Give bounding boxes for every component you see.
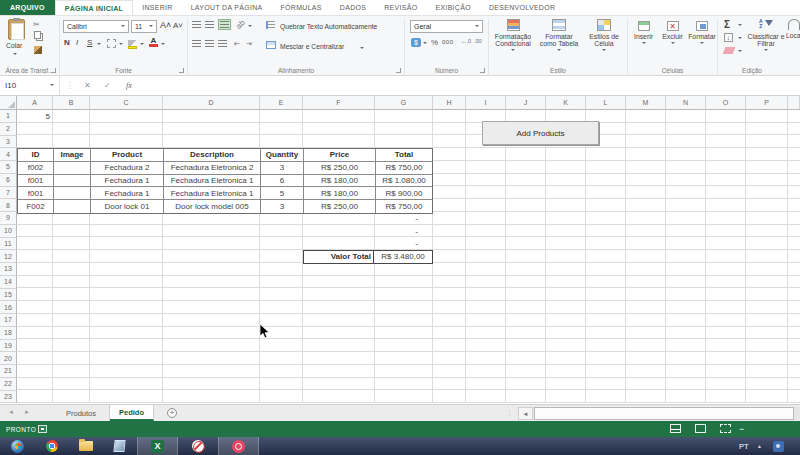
horizontal-scrollbar[interactable] bbox=[533, 407, 800, 420]
taskbar-excel[interactable]: X bbox=[137, 437, 178, 455]
name-box[interactable]: I10 bbox=[0, 76, 60, 95]
tab-revisao[interactable]: REVISÃO bbox=[375, 0, 426, 15]
row-header[interactable]: 16 bbox=[0, 301, 17, 314]
increase-decimal-icon[interactable]: ←.0 bbox=[461, 38, 471, 44]
tab-dados[interactable]: DADOS bbox=[331, 0, 375, 15]
row-header[interactable]: 11 bbox=[0, 238, 17, 251]
alignment-dialog-launcher[interactable] bbox=[396, 68, 401, 73]
tab-formulas[interactable]: FÓRMULAS bbox=[272, 0, 331, 15]
insert-cells-button[interactable]: Inserir bbox=[629, 21, 658, 47]
zoom-out-icon[interactable]: − bbox=[739, 424, 744, 434]
col-header-b[interactable]: B bbox=[53, 96, 90, 110]
comma-style-icon[interactable]: 000 bbox=[442, 39, 454, 45]
col-header-i[interactable]: I bbox=[466, 96, 506, 110]
tab-pagina-inicial[interactable]: PÁGINA INICIAL bbox=[55, 0, 133, 15]
hscroll-left-icon[interactable]: ◄ bbox=[518, 407, 533, 420]
delete-cells-button[interactable]: ✕ Excluir bbox=[658, 21, 687, 47]
row-header[interactable]: 19 bbox=[0, 340, 17, 353]
cell-a1[interactable]: 5 bbox=[17, 110, 53, 123]
sheet-tab-pedido[interactable]: Pedido bbox=[110, 405, 154, 421]
align-right-icon[interactable] bbox=[218, 40, 227, 47]
sheet-nav-next-icon[interactable]: ► bbox=[24, 409, 30, 415]
format-cells-button[interactable]: Formatar bbox=[687, 21, 717, 47]
fill-down-icon[interactable]: ↓ bbox=[724, 33, 733, 42]
align-top-icon[interactable] bbox=[192, 21, 201, 28]
col-header-e[interactable]: E bbox=[260, 96, 303, 110]
row-header[interactable]: 21 bbox=[0, 365, 17, 378]
clipboard-dialog-launcher[interactable] bbox=[51, 68, 56, 73]
valor-total-label[interactable]: Valor Total bbox=[304, 251, 374, 263]
row-header[interactable]: 18 bbox=[0, 327, 17, 340]
add-sheet-icon[interactable]: + bbox=[167, 408, 177, 418]
col-header-a[interactable]: A bbox=[17, 96, 53, 110]
cell-g10[interactable]: - bbox=[375, 225, 433, 238]
sheet-nav-prev-icon[interactable]: ◄ bbox=[8, 409, 14, 415]
merge-center-button[interactable]: Mesclar e Centralizar bbox=[280, 43, 344, 50]
align-center-icon[interactable] bbox=[205, 40, 214, 47]
cell-styles-button[interactable]: Estilos de Célula bbox=[583, 19, 625, 54]
orientation-icon[interactable]: ab bbox=[234, 18, 247, 31]
row-header[interactable]: 7 bbox=[0, 187, 17, 200]
format-as-table-button[interactable]: Formatar como Tabela bbox=[536, 19, 582, 54]
col-header-p[interactable]: P bbox=[746, 96, 788, 110]
row-header[interactable]: 15 bbox=[0, 289, 17, 302]
row-header[interactable]: 12 bbox=[0, 250, 17, 263]
font-name-combo[interactable]: Calibri bbox=[63, 20, 129, 33]
row-header[interactable]: 5 bbox=[0, 161, 17, 174]
sort-filter-button[interactable]: AZ Classificar e Filtrar bbox=[746, 19, 786, 54]
cancel-icon[interactable]: ✕ bbox=[84, 76, 91, 95]
col-header-partial[interactable] bbox=[788, 96, 800, 110]
tray-expand-icon[interactable]: ▲ bbox=[757, 443, 762, 449]
decrease-indent-icon[interactable]: ⇤ bbox=[234, 40, 240, 48]
row-header[interactable]: 6 bbox=[0, 174, 17, 187]
page-break-view-icon[interactable] bbox=[720, 424, 731, 433]
percent-icon[interactable]: % bbox=[431, 38, 438, 47]
row-header[interactable]: 13 bbox=[0, 263, 17, 276]
row-header[interactable]: 1 bbox=[0, 110, 17, 123]
borders-icon[interactable] bbox=[107, 39, 116, 48]
align-middle-icon[interactable] bbox=[205, 21, 214, 28]
taskbar-recorder[interactable] bbox=[218, 437, 259, 455]
cell-g11[interactable]: - bbox=[375, 238, 433, 251]
col-header-d[interactable]: D bbox=[163, 96, 260, 110]
font-size-combo[interactable]: 11 bbox=[131, 20, 157, 33]
start-button[interactable] bbox=[1, 437, 34, 455]
row-header[interactable]: 3 bbox=[0, 136, 17, 149]
increase-indent-icon[interactable]: ⇥ bbox=[246, 40, 252, 48]
col-header-m[interactable]: M bbox=[626, 96, 666, 110]
row-header[interactable]: 4 bbox=[0, 148, 17, 161]
col-header-h[interactable]: H bbox=[433, 96, 466, 110]
row-header[interactable]: 2 bbox=[0, 123, 17, 136]
row-header[interactable]: 22 bbox=[0, 378, 17, 391]
col-header-c[interactable]: C bbox=[90, 96, 163, 110]
align-bottom-icon[interactable] bbox=[218, 19, 231, 30]
taskbar-snipping-tool[interactable] bbox=[179, 437, 217, 455]
tab-inserir[interactable]: INSERIR bbox=[133, 0, 182, 15]
align-left-icon[interactable] bbox=[192, 40, 201, 47]
decrease-decimal-icon[interactable]: .00 bbox=[474, 38, 482, 44]
wrap-text-button[interactable]: Quebrar Texto Automaticamente bbox=[280, 23, 377, 30]
valor-total-value[interactable]: R$ 3.480,00 bbox=[374, 251, 432, 263]
accounting-format-icon[interactable]: $ bbox=[411, 38, 421, 47]
tab-arquivo[interactable]: ARQUIVO bbox=[0, 0, 55, 15]
tab-exibicao[interactable]: EXIBIÇÃO bbox=[426, 0, 479, 15]
number-dialog-launcher[interactable] bbox=[480, 68, 485, 73]
col-header-k[interactable]: K bbox=[546, 96, 586, 110]
enter-icon[interactable]: ✓ bbox=[104, 76, 111, 95]
italic-button[interactable]: I bbox=[76, 38, 78, 47]
col-header-g[interactable]: G bbox=[375, 96, 433, 110]
clear-icon[interactable] bbox=[723, 47, 736, 54]
row-header[interactable]: 9 bbox=[0, 212, 17, 225]
number-format-combo[interactable]: Geral bbox=[410, 20, 483, 33]
format-painter-icon[interactable] bbox=[34, 46, 42, 54]
taskbar-explorer[interactable] bbox=[69, 437, 102, 455]
row-header[interactable]: 23 bbox=[0, 391, 17, 404]
macro-record-icon[interactable] bbox=[38, 425, 47, 433]
normal-view-icon[interactable] bbox=[670, 424, 681, 433]
tray-icon[interactable] bbox=[768, 437, 788, 455]
bold-button[interactable]: N bbox=[64, 38, 70, 47]
row-header[interactable]: 20 bbox=[0, 352, 17, 365]
find-select-button[interactable]: Localizar e Selecionar bbox=[786, 19, 800, 39]
fill-color-icon[interactable] bbox=[128, 38, 137, 48]
row-header[interactable]: 14 bbox=[0, 276, 17, 289]
